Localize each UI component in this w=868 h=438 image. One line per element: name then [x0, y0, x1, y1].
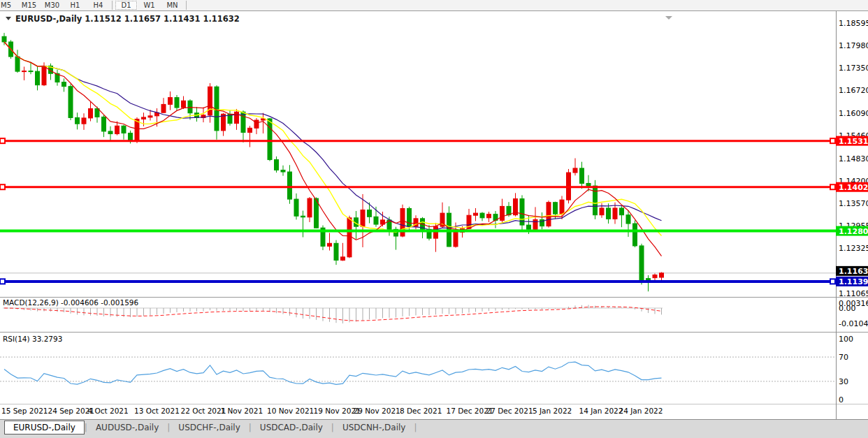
svg-text:1.11065: 1.11065 [839, 289, 868, 298]
tab-separator: | [414, 423, 417, 432]
line-handle[interactable] [830, 184, 835, 189]
svg-text:1.17980: 1.17980 [839, 41, 868, 50]
trading-terminal-window: M5M15M30H1H4D1W1MN EURUSD-,Daily 1.11512… [0, 0, 868, 438]
svg-text:1.11632: 1.11632 [839, 267, 868, 276]
symbol-tab-usdcad[interactable]: USDCAD-,Daily [252, 421, 331, 434]
svg-text:4 Oct 2021: 4 Oct 2021 [88, 407, 129, 415]
svg-text:1.15314: 1.15314 [839, 137, 868, 146]
chart-canvas[interactable]: EURUSD-,Daily 1.11512 1.11657 1.11431 1.… [0, 0, 868, 419]
svg-text:22 Oct 2021: 22 Oct 2021 [181, 407, 226, 415]
symbol-tab-bar: EURUSD-,Daily|AUDUSD-,Daily|USDCHF-,Dail… [0, 419, 868, 438]
symbol-tab-eurusd[interactable]: EURUSD-,Daily [4, 421, 85, 435]
svg-text:1.18595: 1.18595 [839, 19, 868, 28]
svg-text:5 Jan 2022: 5 Jan 2022 [533, 407, 572, 415]
svg-text:24 Jan 2022: 24 Jan 2022 [619, 407, 663, 415]
svg-text:15 Sep 2021: 15 Sep 2021 [1, 407, 48, 415]
svg-text:1.13570: 1.13570 [839, 199, 868, 208]
symbol-tab-audusd[interactable]: AUDUSD-,Daily [87, 421, 167, 434]
svg-text:30: 30 [839, 377, 848, 386]
line-handle[interactable] [0, 184, 5, 189]
svg-text:-0.010433: -0.010433 [839, 319, 868, 328]
svg-text:1.17350: 1.17350 [839, 64, 868, 73]
macd-label: MACD(12,26,9) -0.004606 -0.001596 [3, 298, 139, 307]
svg-text:1.16090: 1.16090 [839, 109, 868, 118]
svg-text:27 Dec 2021: 27 Dec 2021 [486, 407, 533, 415]
svg-text:0: 0 [839, 395, 844, 404]
symbol-tab-usdchf[interactable]: USDCHF-,Daily [170, 421, 248, 434]
svg-text:1 Nov 2021: 1 Nov 2021 [221, 407, 263, 415]
svg-text:14 Jan 2022: 14 Jan 2022 [579, 407, 623, 415]
chart-title: EURUSD-,Daily 1.11512 1.11657 1.11431 1.… [15, 14, 240, 24]
svg-text:100: 100 [839, 335, 853, 344]
line-handle[interactable] [830, 279, 835, 284]
symbol-tab-usdcnh[interactable]: USDCNH-,Daily [334, 421, 414, 434]
svg-text:1.16720: 1.16720 [839, 86, 868, 95]
svg-text:29 Nov 2021: 29 Nov 2021 [354, 407, 400, 415]
svg-text:70: 70 [839, 353, 848, 362]
line-handle[interactable] [830, 138, 835, 143]
svg-text:13 Oct 2021: 13 Oct 2021 [134, 407, 180, 415]
rsi-label: RSI(14) 33.2793 [3, 335, 62, 343]
svg-text:10 Nov 2021: 10 Nov 2021 [267, 407, 314, 415]
svg-text:1.12805: 1.12805 [839, 227, 868, 236]
svg-text:1.12325: 1.12325 [839, 244, 868, 253]
svg-text:0.00: 0.00 [839, 304, 856, 313]
svg-text:1.14830: 1.14830 [839, 154, 868, 163]
svg-text:1.11398: 1.11398 [839, 277, 868, 286]
line-handle[interactable] [0, 279, 5, 284]
line-handle[interactable] [0, 138, 5, 143]
svg-text:1.14028: 1.14028 [839, 183, 868, 192]
svg-text:8 Dec 2021: 8 Dec 2021 [400, 407, 442, 415]
